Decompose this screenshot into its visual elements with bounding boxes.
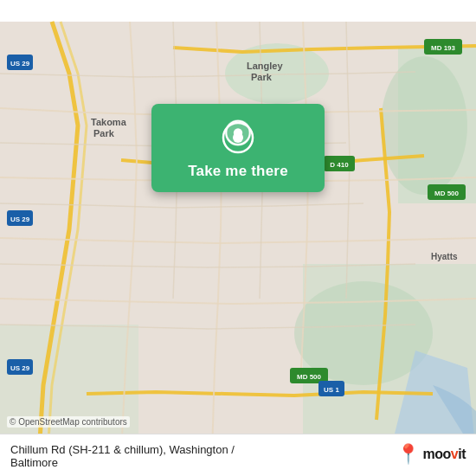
moovit-logo: 📍 moovit (396, 443, 466, 466)
svg-text:US 1: US 1 (324, 386, 339, 394)
pin-circle-icon (222, 121, 254, 154)
location-name-line1: Chillum Rd (SH-211 & chillum), Washingto… (10, 443, 235, 456)
svg-point-32 (233, 132, 243, 143)
svg-text:MD 500: MD 500 (434, 190, 460, 197)
popup[interactable]: Take me there (151, 104, 325, 192)
moovit-pin-icon: 📍 (396, 443, 420, 466)
svg-text:US 29: US 29 (10, 215, 30, 223)
svg-text:Park: Park (93, 128, 115, 138)
bottom-bar: Chillum Rd (SH-211 & chillum), Washingto… (0, 434, 476, 476)
map-container: US 29 US 29 US 29 MD 193 D 410 MD 500 MD… (0, 0, 476, 476)
attribution-text: © OpenStreetMap contributors (10, 417, 127, 427)
svg-text:US 29: US 29 (10, 60, 30, 68)
svg-text:Park: Park (251, 72, 273, 82)
map-attribution: © OpenStreetMap contributors (7, 416, 130, 428)
map-svg: US 29 US 29 US 29 MD 193 D 410 MD 500 MD… (0, 0, 476, 476)
svg-text:US 29: US 29 (10, 364, 30, 372)
svg-text:Takoma: Takoma (91, 117, 127, 127)
location-name-line2: Baltimore (10, 456, 58, 469)
svg-text:MD 193: MD 193 (431, 44, 456, 52)
svg-text:D 410: D 410 (330, 161, 349, 169)
location-name: Chillum Rd (SH-211 & chillum), Washingto… (10, 443, 389, 469)
popup-label: Take me there (188, 163, 288, 180)
moovit-brand-text: moovit (423, 447, 466, 462)
svg-text:Langley: Langley (247, 61, 283, 71)
svg-point-3 (381, 56, 467, 195)
location-info: Chillum Rd (SH-211 & chillum), Washingto… (10, 443, 389, 469)
svg-text:MD 500: MD 500 (297, 373, 322, 381)
svg-text:Hyatts: Hyatts (431, 252, 458, 261)
